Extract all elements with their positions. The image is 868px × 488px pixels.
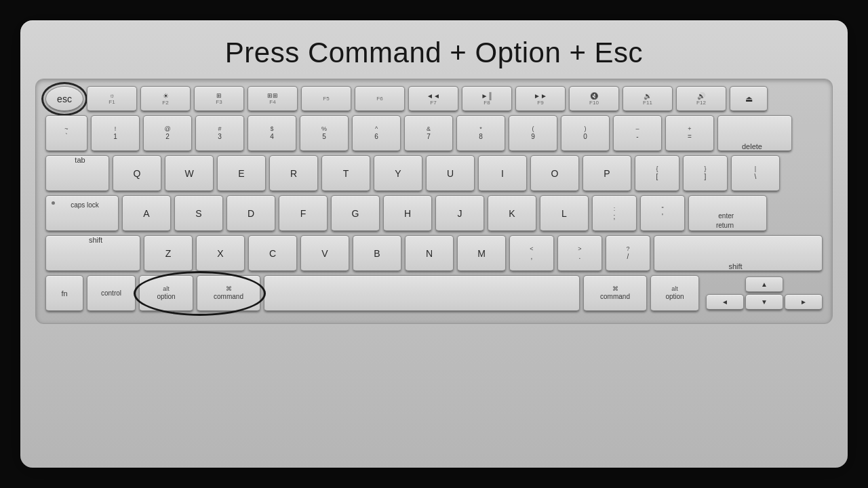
keyboard-body: esc ☼ F1 ☀ F2 ⊞ F3 ⊞⊞ F4 F5 F6 <box>35 79 833 324</box>
key-shift-right[interactable]: shift <box>654 235 823 272</box>
key-equals[interactable]: + = <box>665 115 714 152</box>
key-minus[interactable]: – - <box>613 115 662 152</box>
key-d[interactable]: D <box>226 195 275 232</box>
key-arrow-up[interactable]: ▲ <box>745 277 783 293</box>
key-n[interactable]: N <box>405 235 454 272</box>
key-shift-left[interactable]: shift <box>45 235 140 272</box>
key-semicolon[interactable]: : ; <box>592 195 637 232</box>
key-a[interactable]: A <box>122 195 171 232</box>
key-b[interactable]: B <box>353 235 401 272</box>
key-command-left[interactable]: ⌘ command <box>197 275 260 312</box>
key-tab[interactable]: tab <box>45 155 109 192</box>
key-3[interactable]: # 3 <box>195 115 244 152</box>
key-space[interactable] <box>264 275 580 312</box>
key-z[interactable]: Z <box>144 235 193 272</box>
zxcv-row: shift Z X C V B N M < , > . ? / shift <box>45 235 823 272</box>
key-1[interactable]: ! 1 <box>91 115 140 152</box>
key-l[interactable]: L <box>540 195 589 232</box>
key-arrow-down[interactable]: ▼ <box>745 294 783 310</box>
key-f[interactable]: F <box>279 195 328 232</box>
key-0[interactable]: ) 0 <box>561 115 610 152</box>
key-slash[interactable]: ? / <box>606 235 650 272</box>
key-quote[interactable]: " ' <box>640 195 685 232</box>
key-g[interactable]: G <box>331 195 380 232</box>
key-f7[interactable]: ◄◄ F7 <box>408 86 458 112</box>
key-e[interactable]: E <box>217 155 266 192</box>
key-capslock[interactable]: caps lock <box>45 195 119 232</box>
key-7[interactable]: & 7 <box>404 115 453 152</box>
key-9[interactable]: ( 9 <box>509 115 557 152</box>
key-f4[interactable]: ⊞⊞ F4 <box>248 86 298 112</box>
key-period[interactable]: > . <box>557 235 602 272</box>
key-f1[interactable]: ☼ F1 <box>87 86 137 112</box>
option-command-group: alt option ⌘ command <box>139 275 260 312</box>
key-enter[interactable]: enter return <box>688 195 767 232</box>
key-s[interactable]: S <box>174 195 223 232</box>
key-k[interactable]: K <box>488 195 536 232</box>
key-y[interactable]: Y <box>374 155 422 192</box>
key-t[interactable]: T <box>321 155 370 192</box>
key-m[interactable]: M <box>457 235 506 272</box>
key-w[interactable]: W <box>165 155 214 192</box>
key-command-right[interactable]: ⌘ command <box>583 275 647 312</box>
fn-row: esc ☼ F1 ☀ F2 ⊞ F3 ⊞⊞ F4 F5 F6 <box>45 86 823 112</box>
key-f2[interactable]: ☀ F2 <box>140 86 191 112</box>
key-4[interactable]: $ 4 <box>248 115 296 152</box>
key-option-right[interactable]: alt option <box>650 275 699 312</box>
key-f12[interactable]: 🔊 F12 <box>676 86 726 112</box>
key-2[interactable]: @ 2 <box>143 115 192 152</box>
key-f8[interactable]: ►║ F8 <box>462 86 512 112</box>
page-title: Press Command + Option + Esc <box>35 34 833 79</box>
qwerty-row: tab Q W E R T Y U I O P { [ } ] | \ <box>45 155 823 192</box>
key-f3[interactable]: ⊞ F3 <box>194 86 244 112</box>
key-backslash[interactable]: | \ <box>731 155 780 192</box>
number-row: ~ ` ! 1 @ 2 # 3 $ 4 % 5 <box>45 115 823 152</box>
key-bracket-l[interactable]: { [ <box>635 155 679 192</box>
key-eject[interactable]: ⏏ <box>730 86 768 112</box>
key-i[interactable]: I <box>478 155 527 192</box>
key-arrow-left[interactable]: ◄ <box>706 294 744 310</box>
key-f9[interactable]: ►► F9 <box>515 86 566 112</box>
asdf-row: caps lock A S D F G H J K L : ; " ' ente… <box>45 195 823 232</box>
key-f5[interactable]: F5 <box>301 86 351 112</box>
key-h[interactable]: H <box>383 195 432 232</box>
key-p[interactable]: P <box>583 155 631 192</box>
key-fn[interactable]: fn <box>45 275 83 312</box>
key-u[interactable]: U <box>426 155 475 192</box>
key-j[interactable]: J <box>435 195 484 232</box>
key-q[interactable]: Q <box>113 155 161 192</box>
key-f11[interactable]: 🔉 F11 <box>623 86 673 112</box>
key-f10[interactable]: 🔇 F10 <box>569 86 619 112</box>
key-comma[interactable]: < , <box>509 235 554 272</box>
key-x[interactable]: X <box>196 235 245 272</box>
key-v[interactable]: V <box>300 235 349 272</box>
key-o[interactable]: O <box>530 155 579 192</box>
keyboard-container: Press Command + Option + Esc esc ☼ F1 ☀ … <box>20 20 848 468</box>
key-delete[interactable]: delete <box>717 115 792 152</box>
key-c[interactable]: C <box>248 235 297 272</box>
capslock-indicator <box>52 201 55 205</box>
bottom-row: fn control alt option ⌘ command ⌘ comman… <box>45 275 823 312</box>
key-control[interactable]: control <box>87 275 136 312</box>
key-bracket-r[interactable]: } ] <box>683 155 728 192</box>
key-f6[interactable]: F6 <box>355 86 405 112</box>
key-option-left[interactable]: alt option <box>139 275 193 312</box>
key-5[interactable]: % 5 <box>300 115 349 152</box>
key-tilde[interactable]: ~ ` <box>45 115 87 152</box>
key-6[interactable]: ^ 6 <box>352 115 401 152</box>
key-esc[interactable]: esc <box>45 86 83 112</box>
key-arrow-right[interactable]: ► <box>785 294 823 310</box>
key-8[interactable]: * 8 <box>456 115 505 152</box>
arrow-cluster: ▲ ◄ ▼ ► <box>706 277 823 310</box>
key-r[interactable]: R <box>269 155 318 192</box>
